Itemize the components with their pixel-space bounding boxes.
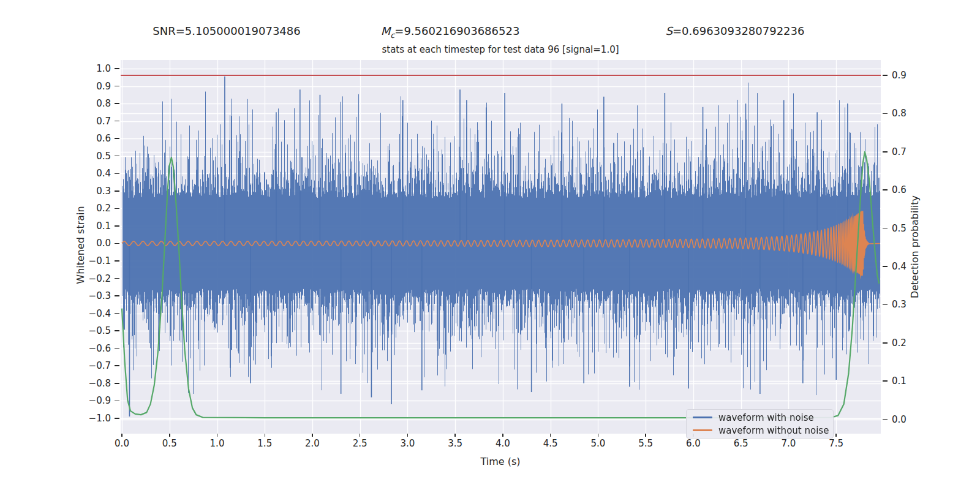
y-left-tick-label: −0.4 [89,308,111,319]
y-left-tick-mark [115,313,119,314]
y-left-tick-label: 0.3 [96,186,111,197]
y-left-tick-label: −0.2 [89,273,111,284]
stat-snr-text: SNR=5.105000019073486 [153,24,300,37]
y-left-tick-mark [115,365,119,366]
y-right-tick-label: 0.8 [892,108,907,119]
chart-title: stats at each timestep for test data 96 … [382,44,619,55]
y-right-tick-label: 0.4 [892,261,907,272]
y-left-tick-mark [115,225,119,227]
x-tick-label: 5.5 [638,438,653,449]
y-right-tick-mark [883,228,888,229]
y-left-tick-label: −0.6 [89,343,111,354]
y-axis-right-label: Detection probability [909,195,921,298]
y-left-tick-label: 0.4 [96,168,111,179]
y-left-tick-mark [115,243,119,244]
y-left-tick-label: −0.8 [89,378,111,389]
stat-snr: SNR=5.105000019073486 [153,24,300,37]
y-left-tick-label: 0.0 [96,238,111,249]
stat-s-symbol: S [666,24,673,37]
x-tick-mark [598,434,599,437]
x-tick-mark [169,434,170,437]
x-tick-label: 7.5 [829,438,843,449]
legend-label: waveform without noise [718,425,829,436]
y-left-tick-label: −0.7 [89,360,111,371]
y-left-tick-mark [115,103,119,104]
y-left-tick-label: 0.1 [96,221,111,232]
y-right-tick-mark [883,342,888,344]
y-right-tick-mark [883,266,888,267]
y-right-tick-mark [883,189,888,190]
y-right-tick-mark [883,151,888,153]
x-tick-label: 7.0 [782,438,796,449]
y-left-tick-mark [115,418,119,419]
x-tick-label: 0.0 [115,438,129,449]
y-right-tick-label: 0.5 [892,223,907,234]
x-tick-label: 3.5 [448,438,462,449]
y-left-tick-mark [115,68,119,69]
y-left-tick-label: −1.0 [89,413,111,424]
y-left-tick-label: −0.1 [89,255,111,266]
x-axis-label: Time (s) [480,456,520,467]
y-right-tick-label: 0.9 [892,70,907,81]
x-tick-label: 0.5 [162,438,177,449]
x-tick-mark [835,434,837,437]
x-tick-label: 5.0 [591,438,606,449]
y-left-tick-mark [115,278,119,279]
x-tick-label: 1.0 [210,438,225,449]
y-right-tick-label: 0.1 [892,375,907,386]
y-left-tick-mark [115,173,119,175]
y-axis-left-label: Whitened strain [75,206,86,284]
x-tick-mark [312,434,313,437]
x-tick-mark [265,434,266,437]
x-tick-mark [407,434,409,437]
x-tick-label: 6.0 [686,438,701,449]
legend-label: waveform with noise [718,412,814,423]
y-left-tick-mark [115,156,119,157]
x-tick-mark [360,434,361,437]
stat-mc-subscript: c [390,31,394,40]
y-left-tick-label: −0.3 [89,290,111,301]
y-left-tick-mark [115,348,119,349]
y-right-tick-mark [883,304,888,306]
y-left-tick-label: 0.2 [96,203,111,214]
stat-mc-value: =9.560216903686523 [394,24,519,37]
y-left-tick-mark [115,121,119,122]
y-right-tick-label: 0.3 [892,299,907,310]
y-left-tick-mark [115,383,119,384]
x-tick-mark [645,434,646,437]
y-left-tick-mark [115,86,119,87]
y-right-tick-label: 0.0 [892,414,907,425]
plot-area [121,60,881,434]
y-right-tick-label: 0.7 [892,146,907,157]
x-tick-label: 3.0 [401,438,415,449]
y-right-tick-mark [883,419,888,420]
y-left-tick-label: 0.5 [96,151,111,162]
y-right-tick-mark [883,380,888,382]
legend-item: waveform with noise [693,411,833,424]
y-left-tick-mark [115,401,119,402]
stat-s-value: =0.6963093280792236 [673,24,805,37]
y-left-tick-mark [115,330,119,331]
stat-mc-symbol: M [381,24,391,37]
legend: waveform with noisewaveform without nois… [686,409,834,439]
x-tick-label: 1.5 [257,438,272,449]
y-right-tick-mark [883,113,888,115]
x-tick-label: 4.5 [543,438,558,449]
legend-line-swatch [693,417,712,418]
y-left-tick-mark [115,260,119,262]
plot-canvas [121,60,881,434]
x-tick-label: 2.5 [353,438,368,449]
y-left-tick-label: −0.5 [89,325,111,336]
x-tick-label: 4.0 [496,438,510,449]
y-left-tick-mark [115,208,119,209]
y-left-tick-label: 0.9 [96,81,111,92]
x-tick-mark [550,434,551,437]
x-tick-mark [217,434,218,437]
x-tick-mark [121,434,123,437]
stat-chirp-mass: Mc=9.560216903686523 [381,24,520,40]
y-right-tick-label: 0.6 [892,184,907,195]
y-left-tick-mark [115,138,119,139]
x-tick-mark [502,434,503,437]
y-left-tick-label: 0.6 [96,133,111,144]
y-left-tick-mark [115,190,119,192]
